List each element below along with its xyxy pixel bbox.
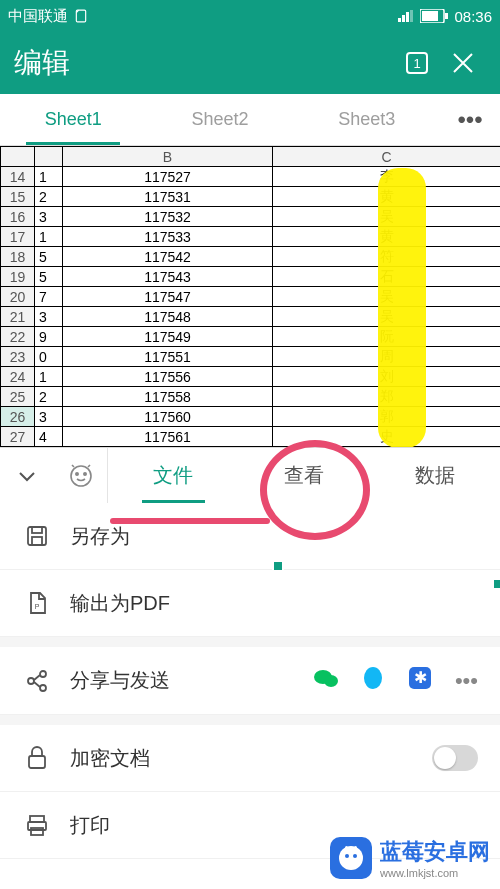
svg-text:P: P	[35, 603, 40, 610]
cell[interactable]: 117532	[63, 207, 273, 227]
share-icon	[22, 666, 52, 696]
tab-file[interactable]: 文件	[108, 448, 239, 503]
tabs-button[interactable]: 1	[394, 40, 440, 86]
row-header[interactable]: 26	[1, 407, 35, 427]
cell[interactable]: 2	[35, 387, 63, 407]
svg-point-29	[339, 846, 363, 870]
assistant-button[interactable]	[54, 448, 108, 503]
svg-point-10	[71, 466, 91, 486]
cell[interactable]: 117549	[63, 327, 273, 347]
svg-point-21	[324, 675, 338, 687]
svg-rect-4	[410, 10, 413, 22]
svg-point-30	[345, 854, 349, 858]
row-header[interactable]: 16	[1, 207, 35, 227]
svg-rect-13	[28, 527, 46, 545]
sheet-tab-label: Sheet3	[338, 109, 395, 130]
cell[interactable]: 117548	[63, 307, 273, 327]
row-header[interactable]: 15	[1, 187, 35, 207]
row-header[interactable]: 24	[1, 367, 35, 387]
corner-cell[interactable]	[1, 147, 35, 167]
cell[interactable]: 7	[35, 287, 63, 307]
cell[interactable]: 3	[35, 407, 63, 427]
cell[interactable]: 4	[35, 427, 63, 447]
wechat-icon[interactable]	[313, 665, 339, 696]
menu-label: 输出为PDF	[70, 590, 170, 617]
svg-rect-26	[30, 816, 44, 822]
cell[interactable]: 5	[35, 267, 63, 287]
menu-divider	[0, 715, 500, 725]
svg-rect-15	[32, 537, 42, 545]
tab-data[interactable]: 数据	[369, 448, 500, 503]
col-header-b[interactable]: B	[63, 147, 273, 167]
menu-label: 分享与发送	[70, 667, 170, 694]
row-header[interactable]: 21	[1, 307, 35, 327]
cell[interactable]: 117533	[63, 227, 273, 247]
watermark-url: www.lmkjst.com	[380, 867, 490, 879]
cell[interactable]: 0	[35, 347, 63, 367]
sheet-tab-3[interactable]: Sheet3	[293, 94, 440, 145]
sheet-more-button[interactable]: •••	[440, 94, 500, 145]
share-more-button[interactable]: •••	[455, 668, 478, 694]
menu-label: 打印	[70, 812, 110, 839]
cell[interactable]: 117527	[63, 167, 273, 187]
row-header[interactable]: 17	[1, 227, 35, 247]
col-header-c[interactable]: C	[273, 147, 501, 167]
cell[interactable]: 117547	[63, 287, 273, 307]
cell[interactable]: 117561	[63, 427, 273, 447]
menu-export-pdf[interactable]: P 输出为PDF	[0, 570, 500, 637]
cell[interactable]: 117558	[63, 387, 273, 407]
column-header-row: B C	[1, 147, 501, 167]
cell[interactable]: 117543	[63, 267, 273, 287]
row-header[interactable]: 27	[1, 427, 35, 447]
sheet-tab-2[interactable]: Sheet2	[147, 94, 294, 145]
row-header[interactable]: 19	[1, 267, 35, 287]
star-app-icon[interactable]: ✱	[407, 665, 433, 696]
cell[interactable]: 5	[35, 247, 63, 267]
tab-view[interactable]: 查看	[239, 448, 370, 503]
close-button[interactable]	[440, 40, 486, 86]
cell[interactable]: 117556	[63, 367, 273, 387]
sheet-tab-1[interactable]: Sheet1	[0, 94, 147, 145]
save-icon	[22, 521, 52, 551]
svg-text:1: 1	[413, 56, 420, 71]
cell[interactable]: 117542	[63, 247, 273, 267]
sheet-tabs: Sheet1 Sheet2 Sheet3 •••	[0, 94, 500, 146]
row-header[interactable]: 18	[1, 247, 35, 267]
selection-handle[interactable]	[272, 560, 284, 572]
watermark-name: 蓝莓安卓网	[380, 837, 490, 867]
cell[interactable]: 3	[35, 207, 63, 227]
status-bar: 中国联通 08:36	[0, 0, 500, 32]
row-header[interactable]: 14	[1, 167, 35, 187]
cell[interactable]: 3	[35, 307, 63, 327]
menu-label: 另存为	[70, 523, 130, 550]
menu-save-as[interactable]: 另存为	[0, 503, 500, 570]
menu-share[interactable]: 分享与发送 ✱ •••	[0, 647, 500, 715]
sim-icon	[74, 9, 88, 23]
col-header-a[interactable]	[35, 147, 63, 167]
cell[interactable]: 1	[35, 167, 63, 187]
row-header[interactable]: 25	[1, 387, 35, 407]
collapse-button[interactable]	[0, 448, 54, 503]
cell[interactable]: 117531	[63, 187, 273, 207]
menu-encrypt[interactable]: 加密文档	[0, 725, 500, 792]
encrypt-toggle[interactable]	[432, 745, 478, 771]
row-header[interactable]: 20	[1, 287, 35, 307]
cell[interactable]: 1	[35, 227, 63, 247]
sheet-tab-label: Sheet1	[45, 109, 102, 130]
annotation-highlight	[378, 168, 426, 448]
cell[interactable]: 117560	[63, 407, 273, 427]
annotation-underline	[110, 518, 270, 524]
row-header[interactable]: 22	[1, 327, 35, 347]
svg-rect-25	[29, 756, 45, 768]
cell[interactable]: 9	[35, 327, 63, 347]
qq-icon[interactable]	[361, 665, 385, 696]
selection-handle[interactable]	[492, 578, 500, 590]
svg-text:✱: ✱	[413, 669, 426, 686]
svg-rect-1	[398, 18, 401, 22]
cell[interactable]: 117551	[63, 347, 273, 367]
cell[interactable]: 1	[35, 367, 63, 387]
row-header[interactable]: 23	[1, 347, 35, 367]
svg-rect-14	[32, 527, 42, 533]
svg-rect-3	[406, 12, 409, 22]
cell[interactable]: 2	[35, 187, 63, 207]
